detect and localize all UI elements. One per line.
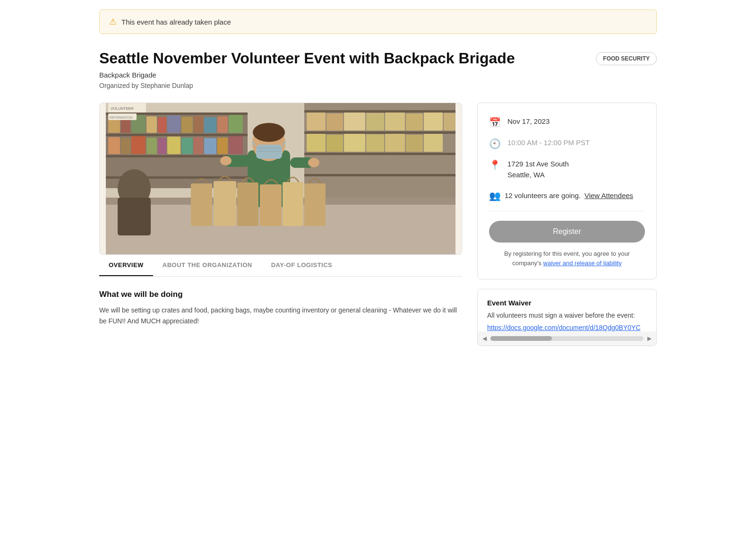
alert-icon: ⚠ xyxy=(109,17,117,27)
svg-rect-67 xyxy=(283,182,303,226)
svg-rect-37 xyxy=(366,113,384,130)
svg-rect-32 xyxy=(304,153,455,155)
register-button[interactable]: Register xyxy=(489,221,645,243)
svg-rect-44 xyxy=(344,134,365,152)
svg-rect-54 xyxy=(256,145,282,159)
svg-rect-63 xyxy=(191,183,212,226)
svg-rect-35 xyxy=(326,113,343,130)
event-address: 1729 1st Ave South Seattle, WA xyxy=(507,159,569,180)
date-row: 📅 Nov 17, 2023 xyxy=(489,116,645,128)
tabs-container: OVERVIEW ABOUT THE ORGANIZATION DAY-OF L… xyxy=(99,255,462,277)
scroll-thumb xyxy=(490,336,552,341)
svg-rect-20 xyxy=(131,136,146,154)
event-image: VOLUNTEER INFORMATION xyxy=(100,103,462,254)
attendees-count: 12 volunteers are going. xyxy=(505,191,581,201)
tab-overview[interactable]: OVERVIEW xyxy=(99,255,153,276)
location-row: 📍 1729 1st Ave South Seattle, WA xyxy=(489,159,645,180)
svg-point-61 xyxy=(220,156,232,165)
svg-rect-64 xyxy=(214,181,236,226)
attendees-row: 👥 12 volunteers are going. View Attendee… xyxy=(489,190,645,201)
svg-rect-15 xyxy=(204,117,216,133)
svg-rect-4 xyxy=(106,134,248,136)
svg-rect-48 xyxy=(424,134,443,152)
event-image-container: VOLUNTEER INFORMATION xyxy=(99,103,462,255)
category-badge: FOOD SECURITY xyxy=(596,52,657,65)
svg-rect-74 xyxy=(118,198,151,235)
svg-rect-16 xyxy=(217,116,228,133)
scroll-track[interactable] xyxy=(490,336,644,341)
address-line1: 1729 1st Ave South xyxy=(507,159,569,170)
svg-rect-43 xyxy=(326,135,343,152)
right-column: 📅 Nov 17, 2023 🕙 10:00 AM - 12:00 PM PST… xyxy=(477,103,657,346)
register-note: By registering for this event, you agree… xyxy=(489,249,645,268)
address-line2: Seattle, WA xyxy=(507,170,569,181)
event-info-card: 📅 Nov 17, 2023 🕙 10:00 AM - 12:00 PM PST… xyxy=(477,103,657,279)
svg-text:VOLUNTEER: VOLUNTEER xyxy=(111,106,134,111)
svg-rect-36 xyxy=(344,113,365,130)
svg-rect-42 xyxy=(307,134,326,152)
waiver-link[interactable]: waiver and release of liability xyxy=(543,260,622,267)
svg-rect-21 xyxy=(146,138,157,154)
svg-point-62 xyxy=(308,158,319,167)
svg-rect-13 xyxy=(181,117,193,133)
tab-content-overview: What we will be doing We will be setting… xyxy=(99,277,462,326)
svg-rect-38 xyxy=(385,113,405,130)
svg-rect-23 xyxy=(167,137,180,154)
svg-rect-19 xyxy=(121,138,130,154)
event-header: Seattle November Volunteer Event with Ba… xyxy=(99,49,657,67)
view-attendees-link[interactable]: View Attendees xyxy=(584,191,633,199)
event-time: 10:00 AM - 12:00 PM PST xyxy=(507,138,590,148)
svg-rect-11 xyxy=(158,117,166,133)
waiver-url[interactable]: https://docs.google.com/document/d/18Qdg… xyxy=(487,324,647,331)
waiver-body: All volunteers must sign a waiver before… xyxy=(487,312,647,319)
svg-rect-25 xyxy=(194,137,203,154)
calendar-icon: 📅 xyxy=(489,117,501,128)
waiver-title: Event Waiver xyxy=(487,299,647,307)
event-title: Seattle November Volunteer Event with Ba… xyxy=(99,49,515,67)
overview-body: We will be setting up crates and food, p… xyxy=(99,305,462,326)
event-waiver-card: Event Waiver All volunteers must sign a … xyxy=(477,289,657,346)
org-name: Backpack Brigade xyxy=(99,71,657,79)
overview-heading: What we will be doing xyxy=(99,290,462,299)
scroll-left-arrow[interactable]: ◀ xyxy=(481,335,489,342)
svg-rect-39 xyxy=(406,113,423,130)
event-date: Nov 17, 2023 xyxy=(507,116,550,127)
svg-rect-22 xyxy=(158,138,166,154)
people-icon: 👥 xyxy=(489,190,501,201)
main-content: VOLUNTEER INFORMATION OVERVIEW ABOUT THE… xyxy=(99,103,657,346)
divider xyxy=(489,211,645,211)
svg-text:INFORMATION: INFORMATION xyxy=(110,116,132,119)
svg-rect-18 xyxy=(108,137,120,154)
svg-rect-27 xyxy=(217,138,228,154)
tab-about-org[interactable]: ABOUT THE ORGANIZATION xyxy=(153,255,262,276)
alert-banner: ⚠ This event has already taken place xyxy=(99,9,657,34)
svg-rect-24 xyxy=(181,138,193,154)
alert-text: This event has already taken place xyxy=(121,18,231,26)
svg-rect-14 xyxy=(194,116,203,133)
svg-rect-68 xyxy=(304,183,326,226)
scroll-right-arrow[interactable]: ▶ xyxy=(645,335,653,342)
svg-rect-30 xyxy=(304,110,455,113)
svg-rect-34 xyxy=(307,113,326,130)
svg-rect-66 xyxy=(260,184,282,226)
svg-rect-10 xyxy=(146,116,157,133)
location-icon: 📍 xyxy=(489,159,501,171)
svg-rect-33 xyxy=(304,174,455,176)
svg-rect-47 xyxy=(406,135,423,152)
svg-rect-17 xyxy=(229,115,243,133)
svg-rect-45 xyxy=(366,134,384,152)
left-column: VOLUNTEER INFORMATION OVERVIEW ABOUT THE… xyxy=(99,103,462,326)
svg-point-53 xyxy=(253,123,285,142)
tabs-inner: OVERVIEW ABOUT THE ORGANIZATION DAY-OF L… xyxy=(99,255,462,276)
svg-rect-12 xyxy=(167,115,180,133)
organizer: Organized by Stephanie Dunlap xyxy=(99,82,657,89)
svg-rect-41 xyxy=(444,113,455,130)
svg-rect-28 xyxy=(229,136,243,154)
event-image-svg: VOLUNTEER INFORMATION xyxy=(100,103,462,254)
horizontal-scrollbar[interactable]: ◀ ▶ xyxy=(478,331,656,346)
svg-rect-46 xyxy=(385,134,405,152)
svg-rect-31 xyxy=(304,131,455,134)
tab-logistics[interactable]: DAY-OF LOGISTICS xyxy=(262,255,342,276)
svg-rect-40 xyxy=(424,113,443,130)
svg-rect-26 xyxy=(204,138,216,154)
